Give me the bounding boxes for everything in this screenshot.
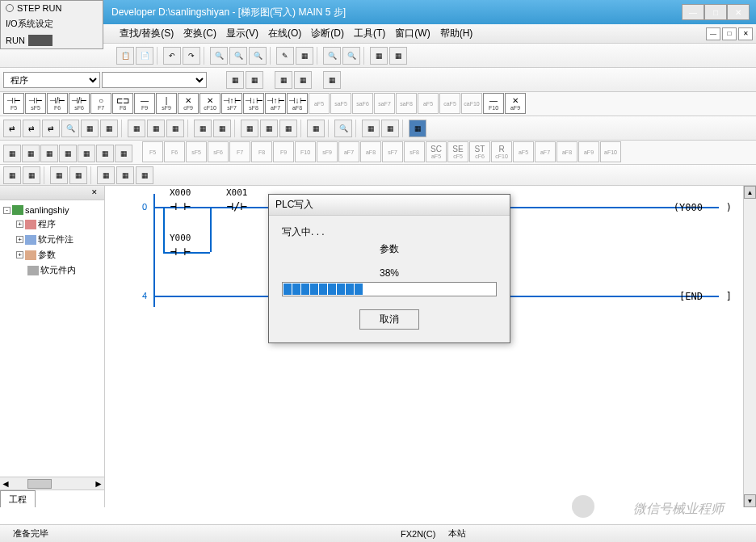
bt-5[interactable]: ▦ bbox=[97, 166, 115, 184]
statement-button[interactable]: ▦ bbox=[389, 47, 407, 65]
bt-7[interactable]: ▦ bbox=[136, 166, 153, 184]
sfc-1[interactable]: ▦ bbox=[3, 145, 21, 162]
misc-14[interactable]: ▦ bbox=[279, 120, 297, 137]
tree-hscroll[interactable]: ◄► bbox=[0, 477, 104, 489]
ladder-key-F6[interactable]: ⊣/⊢F6 bbox=[47, 93, 68, 114]
menu-view[interactable]: 显示(V) bbox=[221, 25, 263, 42]
misc-1[interactable]: ⇄ bbox=[3, 120, 21, 137]
bt-6[interactable]: ▦ bbox=[116, 166, 134, 184]
minimize-button[interactable]: — bbox=[682, 4, 704, 20]
misc-17[interactable]: ▦ bbox=[362, 120, 380, 137]
ladder-key-sF9[interactable]: |sF9 bbox=[156, 93, 177, 114]
bt-3[interactable]: ▦ bbox=[50, 166, 68, 184]
contact-x000[interactable]: X000⊣ ⊢ bbox=[170, 187, 191, 212]
end-instruction[interactable]: [END ] bbox=[679, 291, 732, 302]
edit-button[interactable]: ✎ bbox=[276, 47, 294, 65]
zoom-fit-button[interactable]: 🔍 bbox=[249, 47, 267, 65]
misc-9[interactable]: ▦ bbox=[166, 120, 184, 137]
ladder-key-F5[interactable]: ⊣⊢F5 bbox=[3, 93, 24, 114]
menu-tools[interactable]: 工具(T) bbox=[349, 25, 390, 42]
bt-4[interactable]: ▦ bbox=[69, 166, 87, 184]
misc-15[interactable]: ▦ bbox=[307, 120, 325, 137]
tree-item-params[interactable]: +参数 bbox=[3, 247, 101, 263]
ladder-key-sF6[interactable]: ⊣/⊢sF6 bbox=[69, 93, 90, 114]
tree-item-device-mem[interactable]: 软元件内 bbox=[3, 263, 101, 278]
find-next-button[interactable]: 🔍 bbox=[342, 47, 360, 65]
ladder-key-F9[interactable]: —F9 bbox=[134, 93, 155, 114]
misc-16[interactable]: 🔍 bbox=[334, 120, 352, 137]
ladder-key-sF8[interactable]: ⊣↓⊢sF8 bbox=[243, 93, 264, 114]
ladder-key-aF9[interactable]: ✕aF9 bbox=[505, 93, 526, 114]
cancel-button[interactable]: 取消 bbox=[359, 309, 419, 330]
ladder-key-cF10[interactable]: ✕cF10 bbox=[200, 93, 220, 114]
monitor-button[interactable]: ▦ bbox=[296, 47, 313, 65]
misc-4[interactable]: 🔍 bbox=[61, 120, 79, 137]
sfc-3[interactable]: ▦ bbox=[40, 145, 58, 162]
mode-btn-4[interactable]: ▦ bbox=[294, 71, 312, 89]
ladder-key-F8[interactable]: ⊏⊐F8 bbox=[112, 93, 133, 114]
ladder-key-sF5[interactable]: ⊣⊢sF5 bbox=[25, 93, 46, 114]
canvas-vscroll[interactable]: ▲ ▼ bbox=[743, 186, 756, 507]
misc-2[interactable]: ⇄ bbox=[23, 120, 40, 137]
coil-y000[interactable]: (Y000 ) bbox=[674, 202, 732, 213]
maximize-button[interactable]: □ bbox=[704, 4, 727, 20]
contact-x001[interactable]: X001⊣/⊢ bbox=[226, 187, 248, 212]
expand-icon[interactable]: + bbox=[16, 221, 23, 228]
program-combo[interactable]: 程序 bbox=[3, 72, 100, 88]
menu-help[interactable]: 帮助(H) bbox=[435, 25, 478, 42]
tree-item-device-comment[interactable]: +软元件注 bbox=[3, 232, 101, 247]
mode-btn-2[interactable]: ▦ bbox=[246, 71, 263, 89]
ladder-key-aF8[interactable]: ⊣↓⊢aF8 bbox=[287, 93, 308, 114]
misc-12[interactable]: ▦ bbox=[241, 120, 258, 137]
mode-btn-5[interactable]: ▦ bbox=[323, 71, 341, 89]
ladder-key-cF9[interactable]: ✕cF9 bbox=[178, 93, 199, 114]
misc-10[interactable]: ▦ bbox=[194, 120, 212, 137]
tree-close-button[interactable]: ✕ bbox=[91, 188, 101, 198]
menu-online[interactable]: 在线(O) bbox=[263, 25, 306, 42]
ladder-key-aF7[interactable]: ⊣↑⊢aF7 bbox=[265, 93, 286, 114]
mdi-restore[interactable]: □ bbox=[722, 27, 737, 40]
ladder-key-sF7[interactable]: ⊣↑⊢sF7 bbox=[221, 93, 242, 114]
ladder-key-F7[interactable]: ○F7 bbox=[90, 93, 111, 114]
find-button[interactable]: 🔍 bbox=[323, 47, 341, 65]
tree-root[interactable]: -sanlingshiy bbox=[3, 204, 101, 216]
zoom-out-button[interactable]: 🔍 bbox=[229, 47, 247, 65]
misc-8[interactable]: ▦ bbox=[147, 120, 165, 137]
misc-6[interactable]: ▦ bbox=[100, 120, 118, 137]
misc-5[interactable]: ▦ bbox=[81, 120, 99, 137]
redo-button[interactable]: ↷ bbox=[183, 47, 200, 65]
mode-btn-3[interactable]: ▦ bbox=[275, 71, 292, 89]
mdi-minimize[interactable]: — bbox=[706, 27, 720, 40]
expand-icon[interactable]: + bbox=[16, 236, 23, 243]
misc-3[interactable]: ⇄ bbox=[42, 120, 60, 137]
step-run-row[interactable]: STEP RUN bbox=[1, 1, 103, 15]
sfc-7[interactable]: ▦ bbox=[115, 145, 132, 162]
sfc-5[interactable]: ▦ bbox=[78, 145, 95, 162]
expand-icon[interactable]: + bbox=[16, 251, 23, 258]
scroll-down[interactable]: ▼ bbox=[744, 494, 756, 507]
device-combo[interactable] bbox=[102, 72, 207, 88]
close-button[interactable]: ✕ bbox=[727, 4, 750, 20]
copy-button[interactable]: 📋 bbox=[116, 47, 134, 65]
ladder-key-F10[interactable]: —F10 bbox=[483, 93, 504, 114]
paste-button[interactable]: 📄 bbox=[136, 47, 153, 65]
sfc-4[interactable]: ▦ bbox=[59, 145, 77, 162]
contact-y000[interactable]: Y000⊣ ⊢ bbox=[170, 233, 191, 258]
mdi-close[interactable]: ✕ bbox=[738, 27, 753, 40]
misc-13[interactable]: ▦ bbox=[260, 120, 278, 137]
io-settings-row[interactable]: I/O系统设定 bbox=[1, 15, 103, 32]
scroll-up[interactable]: ▲ bbox=[744, 186, 756, 199]
misc-19[interactable]: ▦ bbox=[409, 120, 426, 137]
sfc-2[interactable]: ▦ bbox=[22, 145, 40, 162]
comment-button[interactable]: ▦ bbox=[370, 47, 388, 65]
misc-7[interactable]: ▦ bbox=[128, 120, 145, 137]
undo-button[interactable]: ↶ bbox=[163, 47, 181, 65]
tree-item-program[interactable]: +程序 bbox=[3, 216, 101, 232]
zoom-in-button[interactable]: 🔍 bbox=[210, 47, 228, 65]
bt-1[interactable]: ▦ bbox=[3, 166, 21, 184]
mode-btn-1[interactable]: ▦ bbox=[226, 71, 244, 89]
misc-18[interactable]: ▦ bbox=[381, 120, 399, 137]
bt-2[interactable]: ▦ bbox=[23, 166, 40, 184]
menu-diagnostics[interactable]: 诊断(D) bbox=[306, 25, 349, 42]
menu-convert[interactable]: 变换(C) bbox=[178, 25, 221, 42]
